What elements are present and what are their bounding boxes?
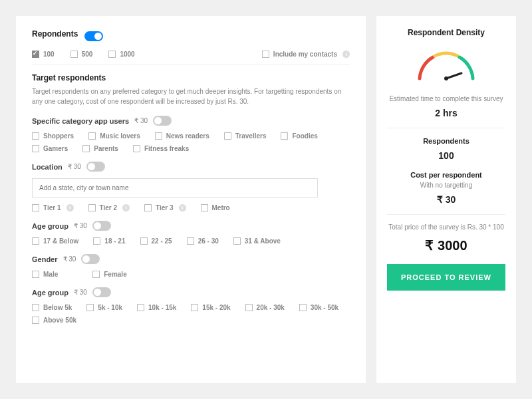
respondents-count-value: 100 xyxy=(387,150,505,161)
cost-sublabel: With no targetting xyxy=(387,181,505,190)
checkbox[interactable] xyxy=(93,237,100,245)
checkbox[interactable] xyxy=(32,317,39,324)
category-price: ₹ 30 xyxy=(134,117,148,124)
checkbox[interactable] xyxy=(133,145,140,152)
cost-value: ₹ 30 xyxy=(387,194,505,205)
checkbox[interactable] xyxy=(137,304,144,311)
proceed-button[interactable]: PROCEED TO REVIEW xyxy=(387,264,505,291)
checkbox[interactable] xyxy=(82,145,90,152)
checkbox[interactable] xyxy=(32,132,39,140)
age-label: Age group xyxy=(32,222,68,230)
checkbox-500[interactable] xyxy=(70,51,78,58)
cost-label: Cost per respondent xyxy=(387,170,505,180)
checkbox[interactable] xyxy=(191,304,198,311)
checkbox[interactable] xyxy=(32,145,39,152)
total-label: Total price of the survey is Rs. 30 * 10… xyxy=(387,223,505,232)
info-icon[interactable]: i xyxy=(122,204,130,211)
gender-options: Male Female xyxy=(32,271,350,278)
income-price: ₹ 30 xyxy=(74,289,87,296)
checkbox[interactable] xyxy=(86,304,94,311)
checkbox[interactable] xyxy=(88,132,96,140)
location-price: ₹ 30 xyxy=(68,163,81,170)
location-label: Location xyxy=(32,163,63,171)
time-label: Estimated time to complete this survey xyxy=(387,94,505,104)
include-contacts-label: Include my contacts xyxy=(273,51,337,58)
target-title: Target respondents xyxy=(32,73,350,82)
checkbox[interactable] xyxy=(144,204,152,211)
density-title: Respondent Density xyxy=(387,28,505,37)
checkbox[interactable] xyxy=(233,237,241,245)
svg-line-0 xyxy=(446,73,462,78)
checkbox[interactable] xyxy=(92,271,100,278)
category-label: Specific category app users xyxy=(32,117,129,125)
info-icon[interactable]: i xyxy=(342,51,350,58)
respondents-toggle[interactable] xyxy=(84,31,103,41)
checkbox[interactable] xyxy=(32,271,39,278)
checkbox[interactable] xyxy=(155,132,162,140)
info-icon[interactable]: i xyxy=(179,204,186,211)
location-toggle[interactable] xyxy=(86,162,105,172)
checkbox-100[interactable] xyxy=(32,51,39,58)
checkbox[interactable] xyxy=(201,204,208,211)
target-subtitle: Target respondents on any preferred cate… xyxy=(32,86,350,106)
checkbox-include-contacts[interactable] xyxy=(262,51,269,58)
option-label: 1000 xyxy=(120,51,134,58)
category-toggle[interactable] xyxy=(153,116,172,126)
income-options: Below 5k 5k - 10k 10k - 15k 15k - 20k 20… xyxy=(32,304,350,324)
location-options: Tier 1i Tier 2i Tier 3i Metro xyxy=(32,204,350,211)
option-label: 500 xyxy=(82,51,93,58)
checkbox[interactable] xyxy=(245,304,253,311)
info-icon[interactable]: i xyxy=(66,204,74,211)
main-panel: Repondents 100 500 1000 Include my conta… xyxy=(16,16,366,383)
location-input[interactable] xyxy=(32,178,318,198)
time-value: 2 hrs xyxy=(387,108,505,118)
age-price: ₹ 30 xyxy=(74,222,87,229)
gender-price: ₹ 30 xyxy=(63,255,76,263)
respondents-label: Repondents xyxy=(32,29,78,39)
checkbox[interactable] xyxy=(32,304,39,311)
summary-panel: Respondent Density Estimated time to com… xyxy=(376,16,516,383)
gender-toggle[interactable] xyxy=(81,254,100,264)
checkbox[interactable] xyxy=(32,237,39,245)
category-options: Shoppers Music lovers News readers Trave… xyxy=(32,132,350,152)
respondents-count-label: Respondents xyxy=(387,136,505,146)
option-label: 100 xyxy=(43,51,55,58)
svg-point-1 xyxy=(444,76,448,80)
checkbox[interactable] xyxy=(88,204,96,211)
checkbox-1000[interactable] xyxy=(108,51,116,58)
age-toggle[interactable] xyxy=(92,221,111,231)
income-label: Age group xyxy=(32,289,68,297)
checkbox[interactable] xyxy=(140,237,148,245)
gender-label: Gender xyxy=(32,255,58,263)
income-toggle[interactable] xyxy=(92,287,111,297)
checkbox[interactable] xyxy=(32,204,39,211)
age-options: 17 & Below 18 - 21 22 - 25 26 - 30 31 & … xyxy=(32,237,350,245)
checkbox[interactable] xyxy=(187,237,194,245)
checkbox[interactable] xyxy=(281,132,288,140)
gauge-icon xyxy=(410,45,483,85)
total-value: ₹ 3000 xyxy=(387,237,505,253)
checkbox[interactable] xyxy=(299,304,307,311)
checkbox[interactable] xyxy=(224,132,231,140)
